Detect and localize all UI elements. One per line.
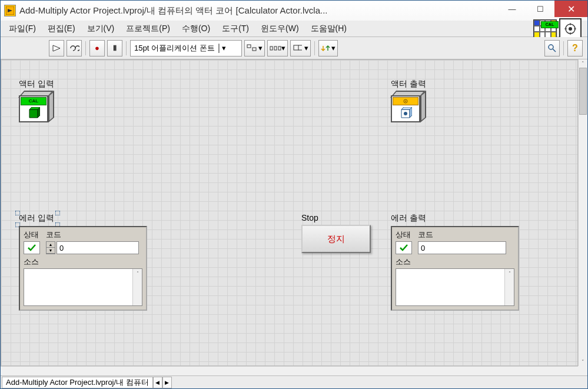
help-button[interactable]: ?: [567, 40, 583, 56]
run-continuous-button[interactable]: [67, 40, 82, 56]
separator: [563, 41, 564, 55]
app-icon: [4, 5, 16, 16]
svg-marker-19: [29, 109, 38, 118]
vertical-scrollbar[interactable]: ˄ ˅: [578, 59, 587, 366]
status-next-button[interactable]: ▶: [162, 377, 172, 388]
titlebar[interactable]: Add-Multiply Actor Project.lvproj/내 컴퓨터의…: [1, 1, 587, 21]
cal-badge: CAL: [541, 21, 559, 28]
code-output: [418, 241, 506, 254]
connector-pane: CAL: [533, 18, 585, 39]
spin-down-icon: ▼: [46, 248, 55, 254]
close-button[interactable]: ✕: [554, 1, 587, 17]
source-out-textbox: ˄: [396, 268, 514, 306]
menu-tools[interactable]: 도구(T): [216, 22, 255, 36]
svg-point-23: [405, 101, 406, 102]
search-button[interactable]: [544, 40, 560, 56]
scroll-down-icon: ˅: [579, 358, 587, 366]
resize-button[interactable]: ▾: [290, 40, 311, 56]
mini-scrollbar[interactable]: ˄: [132, 269, 142, 305]
stop-group: Stop 정지: [301, 213, 371, 253]
statusbar: Add-Multiply Actor Project.lvproj/내 컴퓨터 …: [1, 375, 587, 388]
menu-edit[interactable]: 편집(E): [42, 22, 81, 36]
actor-in-label: 액터 입력: [19, 79, 54, 89]
separator: [126, 41, 127, 55]
front-panel[interactable]: 액터 입력 CAL 액터 출력: [1, 59, 578, 366]
status-label: 상태: [24, 230, 40, 240]
svg-marker-21: [38, 107, 40, 118]
svg-marker-26: [410, 107, 412, 118]
error-out-label: 에러 출력: [391, 213, 519, 224]
code-spinner[interactable]: ▲▼: [46, 241, 55, 254]
distribute-button[interactable]: ▾: [267, 40, 288, 56]
window-title: Add-Multiply Actor Project.lvproj/내 컴퓨터의…: [18, 5, 498, 16]
source-label: 소스: [396, 257, 514, 267]
dropdown-icon: │▾: [217, 44, 226, 52]
svg-rect-10: [253, 48, 256, 51]
status-path[interactable]: Add-Multiply Actor Project.lvproj/내 컴퓨터: [2, 377, 153, 388]
error-in-label: 에러 입력: [19, 213, 147, 224]
spin-up-icon: ▲: [46, 242, 55, 248]
separator: [85, 41, 86, 55]
menu-help[interactable]: 도움말(H): [305, 22, 353, 36]
horizontal-scrollbar[interactable]: [1, 366, 578, 375]
scrollbar-thumb[interactable]: [579, 68, 587, 115]
svg-marker-8: [53, 45, 60, 51]
status-led[interactable]: [24, 241, 40, 254]
font-label: 15pt 어플리케이션 폰트: [134, 43, 215, 54]
vi-icon[interactable]: [559, 18, 582, 39]
reorder-button[interactable]: ▾: [318, 40, 338, 56]
minimize-button[interactable]: —: [498, 1, 526, 17]
code-label: 코드: [46, 230, 142, 240]
cube-out-icon: [399, 107, 412, 119]
scroll-up-icon: ˄: [579, 59, 587, 68]
svg-rect-14: [294, 45, 298, 50]
svg-point-27: [404, 112, 407, 115]
cube-icon: [27, 107, 40, 119]
menu-file[interactable]: 파일(F): [3, 22, 42, 36]
svg-rect-12: [274, 46, 277, 50]
code-label: 코드: [418, 230, 514, 240]
svg-rect-9: [247, 45, 251, 48]
menu-window[interactable]: 윈도우(W): [255, 22, 305, 36]
svg-line-18: [553, 49, 556, 52]
maximize-button[interactable]: ☐: [526, 1, 554, 17]
align-button[interactable]: ▾: [244, 40, 265, 56]
code-input[interactable]: [57, 241, 139, 254]
cal-icon: CAL: [21, 97, 46, 105]
canvas-area: 액터 입력 CAL 액터 출력: [1, 59, 587, 375]
mini-scrollbar[interactable]: ˄: [504, 269, 514, 305]
status-prev-button[interactable]: ◀: [153, 377, 162, 388]
actor-out-indicator[interactable]: [391, 91, 430, 125]
source-label: 소스: [24, 257, 142, 267]
menu-view[interactable]: 보기(V): [81, 22, 121, 36]
menu-operate[interactable]: 수행(O): [176, 22, 216, 36]
menubar: 파일(F) 편집(E) 보기(V) 프로젝트(P) 수행(O) 도구(T) 윈도…: [1, 21, 587, 37]
menu-project[interactable]: 프로젝트(P): [120, 22, 176, 36]
separator: [314, 41, 315, 55]
stop-label: Stop: [301, 213, 371, 222]
svg-rect-11: [270, 46, 273, 50]
abort-button[interactable]: ●: [89, 40, 105, 56]
pause-button[interactable]: Ⅱ: [107, 40, 122, 56]
checkmark-icon: [27, 244, 36, 252]
checkmark-icon: [399, 244, 408, 252]
error-out-cluster[interactable]: 에러 출력 상태 코드: [391, 213, 519, 311]
toolbar: ● Ⅱ 15pt 어플리케이션 폰트 │▾ ▾ ▾ ▾ ▾ ?: [1, 37, 587, 59]
scroll-up-icon: ˄: [133, 269, 142, 277]
svg-rect-13: [278, 46, 281, 50]
actor-in-control[interactable]: CAL: [19, 91, 58, 125]
run-button[interactable]: [49, 40, 64, 56]
font-selector[interactable]: 15pt 어플리케이션 폰트 │▾: [130, 40, 242, 56]
stop-button[interactable]: 정지: [301, 225, 371, 253]
window: Add-Multiply Actor Project.lvproj/내 컴퓨터의…: [0, 0, 588, 389]
scroll-up-icon: ˄: [505, 269, 514, 277]
gear-bar-icon: [393, 97, 418, 105]
status-led-out: [396, 241, 412, 254]
source-textbox[interactable]: ˄: [24, 268, 142, 306]
svg-point-17: [549, 45, 553, 49]
svg-point-3: [569, 27, 572, 31]
status-label: 상태: [396, 230, 412, 240]
actor-out-label: 액터 출력: [391, 79, 426, 89]
error-in-cluster[interactable]: 에러 입력 상태 코드 ▲▼: [19, 213, 147, 311]
